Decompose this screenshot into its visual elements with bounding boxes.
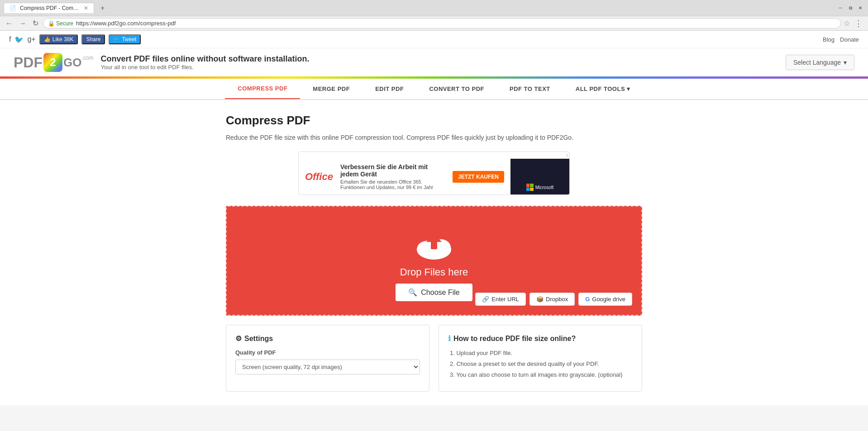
browser-topbar: 📄 Compress PDF - Compr... ✕ + ─ ⧉ ✕ [0,0,868,16]
twitter-bird-icon: 🐦 [113,36,120,43]
main-content: Compress PDF Reduce the PDF file size wi… [217,100,651,405]
site-logo[interactable]: PDF 2 GO .com [14,53,93,72]
search-icon: 🔍 [408,288,417,297]
bookmark-icon[interactable]: ☆ [844,19,850,28]
social-links: f 🐦 g+ 👍 Like 38K Share 🐦 Tweet [9,34,141,44]
nav-edit-pdf[interactable]: EDIT PDF [362,79,416,99]
quality-select[interactable]: Screen (screen quality, 72 dpi images) [235,360,420,374]
cloud-upload-icon [414,229,454,261]
logo-area: PDF 2 GO .com [14,53,93,72]
page-content: f 🐦 g+ 👍 Like 38K Share 🐦 Tweet Blog Don… [0,31,868,405]
dropzone-inner: Drop Files here 🔍 Choose File [236,229,632,301]
secure-label: Secure [56,20,73,27]
google-drive-label: Google drive [592,296,625,303]
ad-content-row: Office Verbessern Sie die Arbeit mit jed… [299,159,569,194]
quality-label: Quality of PDF [235,349,420,356]
lock-icon: 🔒 [48,20,55,27]
reload-button[interactable]: ↻ [31,18,40,28]
ms-label: Microsoft [535,185,554,190]
ad-banner: i Office Verbessern Sie die Arbeit mit j… [298,152,570,195]
enter-url-button[interactable]: 🔗 Enter URL [475,293,526,306]
site-header: PDF 2 GO .com Convert PDF files online w… [0,48,868,76]
donate-link[interactable]: Donate [840,36,859,43]
howto-list: 1. Upload your PDF file. 2. Choose a pre… [448,349,633,379]
nav-pdf-to-text[interactable]: PDF TO TEXT [497,79,563,99]
tab-title: Compress PDF - Compr... [20,5,80,11]
link-icon: 🔗 [482,296,489,303]
drop-text: Drop Files here [400,266,468,278]
url-input[interactable] [76,20,836,27]
twitter-icon[interactable]: 🐦 [14,35,24,44]
page-title: Compress PDF [226,114,642,128]
header-sub: Your all in one tool to edit PDF files. [100,64,309,71]
address-bar[interactable]: 🔒 Secure [43,18,841,28]
back-button[interactable]: ← [4,19,14,28]
browser-chrome: 📄 Compress PDF - Compr... ✕ + ─ ⧉ ✕ ← → … [0,0,868,31]
howto-step-3: 3. You can also choose to turn all image… [448,371,633,379]
ad-subtext: Erhalten Sie die neuesten Office 365 Fun… [340,179,445,190]
ad-headline: Verbessern Sie die Arbeit mit jedem Gerä… [340,163,445,178]
svg-marker-4 [426,233,442,242]
howto-step-1: 1. Upload your PDF file. [448,349,633,357]
page-description: Reduce the PDF file size with this onlin… [226,133,642,142]
navigation: COMPRESS PDF MERGE PDF EDIT PDF CONVERT … [0,79,868,100]
nav-all-pdf-tools[interactable]: ALL PDF TOOLS ▾ [563,79,643,99]
new-tab-button[interactable]: + [97,3,108,13]
settings-card: ⚙ Settings Quality of PDF Screen (screen… [226,325,429,392]
restore-button[interactable]: ⧉ [846,4,854,12]
fb-share-button[interactable]: Share [81,34,105,44]
howto-card: ℹ How to reduce PDF file size online? 1.… [439,325,642,392]
tweet-label: Tweet [122,36,136,43]
ad-cta-button[interactable]: JETZT KAUFEN [453,171,504,183]
forward-button[interactable]: → [17,19,28,28]
secure-indicator: 🔒 Secure [48,20,73,27]
dropbox-label: Dropbox [546,296,568,303]
info-icon: ℹ [448,334,451,343]
header-text: Convert PDF files online without softwar… [100,54,309,71]
top-right-links: Blog Donate [823,36,859,43]
browser-menu-icon[interactable]: ⋮ [853,19,864,28]
file-dropzone[interactable]: Drop Files here 🔍 Choose File 🔗 Enter UR… [226,206,642,316]
browser-controls: ← → ↻ 🔒 Secure ☆ ⋮ [0,16,868,30]
pdf-text: PDF [14,54,43,71]
language-select-button[interactable]: Select Language ▾ [786,55,854,70]
ms-logo: Microsoft [526,184,554,191]
gdrive-icon: G [585,296,590,303]
chevron-down-icon: ▾ [844,59,847,66]
browser-tab[interactable]: 📄 Compress PDF - Compr... ✕ [4,3,94,13]
howto-step-2: 2. Choose a preset to set the desired qu… [448,360,633,368]
nav-compress-pdf[interactable]: COMPRESS PDF [225,79,300,99]
fb-like-label: Like 38K [52,36,74,43]
tab-close-button[interactable]: ✕ [84,5,88,11]
com-text: .com [81,55,93,61]
blog-link[interactable]: Blog [823,36,835,43]
main-nav: COMPRESS PDF MERGE PDF EDIT PDF CONVERT … [0,79,868,100]
ad-office-logo: Office [305,171,333,183]
twitter-tweet-button[interactable]: 🐦 Tweet [109,34,141,44]
windows-icon [526,184,534,191]
thumbs-up-icon: 👍 [44,36,51,43]
minimize-button[interactable]: ─ [836,4,844,12]
ad-text: Verbessern Sie die Arbeit mit jedem Gerä… [340,163,445,190]
google-drive-button[interactable]: G Google drive [578,293,632,306]
ad-image: Microsoft [510,159,569,194]
dropbox-button[interactable]: 📦 Dropbox [529,293,575,306]
close-button[interactable]: ✕ [856,4,864,12]
enter-url-label: Enter URL [491,296,519,303]
tab-favicon: 📄 [10,5,16,11]
window-buttons: ─ ⧉ ✕ [836,4,864,12]
nav-convert-to-pdf[interactable]: CONVERT TO PDF [416,79,497,99]
googleplus-icon[interactable]: g+ [27,35,35,43]
header-tagline: Convert PDF files online without softwar… [100,54,309,64]
two-badge: 2 [43,53,62,72]
source-buttons: 🔗 Enter URL 📦 Dropbox G Google drive [475,293,632,306]
facebook-icon[interactable]: f [9,35,11,43]
fb-share-label: Share [86,36,100,43]
nav-merge-pdf[interactable]: MERGE PDF [300,79,362,99]
fb-like-button[interactable]: 👍 Like 38K [39,34,78,44]
go-text: GO [63,56,81,70]
bottom-row: ⚙ Settings Quality of PDF Screen (screen… [226,325,642,392]
choose-file-button[interactable]: 🔍 Choose File [396,284,472,301]
gear-icon: ⚙ [235,334,242,343]
dropbox-icon: 📦 [536,296,544,303]
